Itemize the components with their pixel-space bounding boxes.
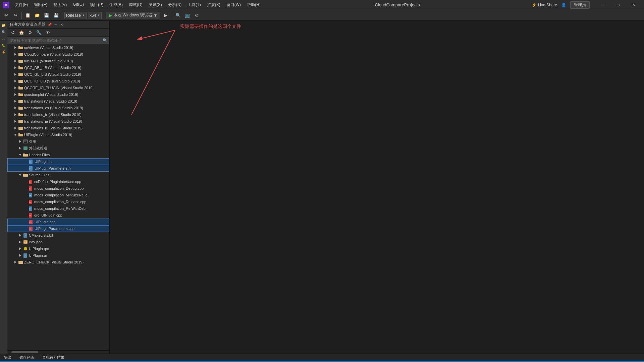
tree-item[interactable]: Source Files [7,172,109,178]
tree-item[interactable]: UIPlugin.qrc [7,245,109,252]
menu-item-文件F[interactable]: 文件(F) [12,1,31,8]
menu-item-生成B[interactable]: 生成(B) [107,1,125,8]
svg-rect-1 [18,47,23,49]
new-project-button[interactable]: 📋 [24,11,32,19]
se-sync-button[interactable]: ↺ [9,29,17,37]
tree-item-icon [23,172,28,178]
se-home-button[interactable]: 🏠 [17,29,25,37]
tree-item[interactable]: {}info.json [7,239,109,245]
tree-item[interactable]: translations_es (Visual Studio 2019) [7,105,109,111]
hscroll-thumb[interactable] [11,351,38,353]
toolbar-extra-3[interactable]: ⚙ [193,11,201,19]
tree-item-icon: C+ [28,192,34,198]
undo-button[interactable]: ↩ [2,11,10,19]
live-share-button[interactable]: ⚡ Live Share [532,3,557,7]
error-list-tab[interactable]: 错误列表 [18,354,36,361]
tree-item[interactable]: C+UIPluginParameters.cpp [7,225,109,232]
activity-debug[interactable]: 🐛 [1,42,7,48]
tree-item[interactable]: C+ccDefaultPluginInterface.cpp [7,178,109,185]
configuration-dropdown[interactable]: Release ▼ [64,12,87,19]
tree-item-icon [18,132,23,137]
tree-item[interactable]: C+UIPlugin.h [7,158,109,165]
menu-item-测试S[interactable]: 测试(S) [146,1,165,8]
tree-item[interactable]: C+mocs_compilation_MinSizeRel.c [7,192,109,198]
tree-item[interactable]: QCORE_IO_PLUGIN (Visual Studio 2019 [7,84,109,91]
se-search-box[interactable]: 🔍 [7,37,109,44]
svg-rect-56 [23,174,28,177]
menu-item-GitG[interactable]: Git(G) [70,1,87,8]
tree-item[interactable]: translations_ja (Visual Studio 2019) [7,118,109,125]
activity-extensions[interactable]: ⚡ [1,49,7,55]
tree-item[interactable]: C+UIPlugin.ui [7,252,109,259]
svg-text:C+: C+ [24,255,26,257]
menu-item-扩展X[interactable]: 扩展(X) [204,1,223,8]
admin-button[interactable]: 管理员 [570,1,590,9]
annotation-text: 实际需要操作的是这四个文件 [180,23,241,29]
se-search-icon: 🔍 [103,38,107,43]
tree-item-icon [18,85,23,90]
menu-item-工具T[interactable]: 工具(T) [185,1,203,8]
tree-item[interactable]: QCC_DB_LIB (Visual Studio 2019) [7,64,109,71]
open-button[interactable]: 📁 [33,11,41,19]
se-pin-button[interactable]: 📌 [47,22,52,27]
tree-item[interactable]: C+mocs_compilation_RelWithDeb... [7,205,109,212]
editor-area: 实际需要操作的是这四个文件 [110,21,644,354]
tree-item[interactable]: 外部依赖项 [7,145,109,152]
se-horizontal-scrollbar[interactable] [7,350,109,354]
toolbar-extra-1[interactable]: 🔍 [174,11,182,19]
tree-arrow-icon [17,152,23,158]
se-view-button[interactable]: 👁 [44,29,52,37]
menu-item-调试D[interactable]: 调试(D) [126,1,145,8]
tree-item[interactable]: Header Files [7,152,109,158]
tree-item[interactable]: C+CMakeLists.txt [7,232,109,239]
platform-dropdown[interactable]: x64 ▼ [88,12,102,19]
se-minimize-button[interactable]: ─ [53,22,58,27]
menu-item-窗口W[interactable]: 窗口(W) [224,1,244,8]
tree-item[interactable]: INSTALL (Visual Studio 2019) [7,58,109,64]
tree-item[interactable]: ZERO_CHECK (Visual Studio 2019) [7,259,109,265]
svg-marker-48 [19,154,21,156]
tree-arrow-icon [17,145,23,151]
tree-item[interactable]: translations_fr (Visual Studio 2019) [7,111,109,118]
tree-item[interactable]: QCC_GL_LIB (Visual Studio 2019) [7,71,109,78]
save-button[interactable]: 💾 [43,11,51,19]
se-filter-button[interactable]: 🔧 [35,29,43,37]
tree-item[interactable]: CloudCompare (Visual Studio 2019) [7,51,109,58]
menu-item-分析N[interactable]: 分析(N) [165,1,184,8]
se-props-button[interactable]: ⚙ [26,29,34,37]
menu-bar: 文件(F)编辑(E)视图(V)Git(G)项目(P)生成(B)调试(D)测试(S… [12,1,263,8]
tree-item[interactable]: C+mocs_compilation_Debug.cpp [7,185,109,192]
save-all-button[interactable]: 💾 [52,11,60,19]
toolbar-extra-2[interactable]: 📺 [183,11,192,19]
menu-item-帮助H[interactable]: 帮助(H) [244,1,263,8]
tree-item[interactable]: qcustomplot (Visual Studio 2019) [7,91,109,98]
redo-button[interactable]: ↪ [11,11,19,19]
tree-item[interactable]: C+qrc_UIPlugin.cpp [7,212,109,219]
tree-item[interactable]: QCC_IO_LIB (Visual Studio 2019) [7,78,109,84]
run-debugger-button[interactable]: ▶ 本地 Windows 调试器 ▼ [106,12,160,19]
tree-item[interactable]: UIPlugin (Visual Studio 2019) [7,131,109,138]
tree-item[interactable]: translations (Visual Studio 2019) [7,98,109,105]
menu-item-编辑E[interactable]: 编辑(E) [31,1,50,8]
tree-item[interactable]: C+UIPluginParameters.h [7,165,109,172]
se-search-input[interactable] [9,39,101,43]
maximize-button[interactable]: □ [610,0,626,10]
tree-arrow-icon [13,132,18,137]
close-button[interactable]: ✕ [626,0,641,10]
activity-search[interactable]: 🔍 [1,29,7,35]
activity-git[interactable]: ⎇ [1,36,7,42]
se-close-button[interactable]: ✕ [59,22,64,27]
tree-item[interactable]: C+mocs_compilation_Release.cpp [7,198,109,205]
tree-item[interactable]: ccViewer (Visual Studio 2019) [7,44,109,51]
tree-item[interactable]: 引用 [7,138,109,145]
run-attach-button[interactable]: ▶ [162,11,170,19]
output-tab[interactable]: 输出 [3,354,13,361]
menu-item-视图V[interactable]: 视图(V) [51,1,69,8]
tree-item[interactable]: translations_ru (Visual Studio 2019) [7,125,109,131]
find-results-tab[interactable]: 查找符号结果 [41,354,66,361]
activity-explorer[interactable]: 📁 [1,22,7,28]
svg-rect-87 [18,261,20,261]
minimize-button[interactable]: ─ [595,0,610,10]
tree-item[interactable]: C+UIPlugin.cpp [7,219,109,225]
menu-item-项目P[interactable]: 项目(P) [87,1,106,8]
